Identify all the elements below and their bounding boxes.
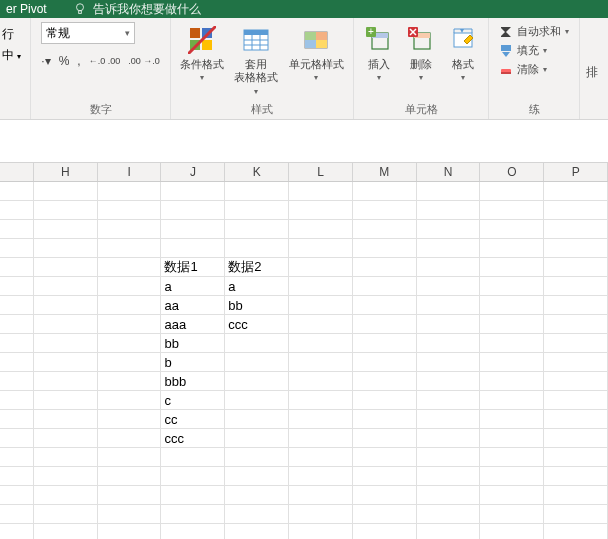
cell[interactable] <box>34 467 98 486</box>
cell[interactable] <box>34 258 98 277</box>
cell[interactable] <box>480 315 544 334</box>
number-format-select[interactable]: 常规 ▾ <box>41 22 135 44</box>
cell[interactable] <box>98 410 162 429</box>
cell[interactable] <box>225 334 289 353</box>
cell[interactable] <box>417 524 481 539</box>
cell[interactable] <box>225 182 289 201</box>
cell[interactable] <box>225 220 289 239</box>
cell[interactable] <box>98 467 162 486</box>
col-header[interactable]: I <box>98 163 162 181</box>
cell[interactable]: a <box>161 277 225 296</box>
cell[interactable] <box>0 372 34 391</box>
col-header[interactable]: M <box>353 163 417 181</box>
cell[interactable] <box>544 486 608 505</box>
cell[interactable] <box>289 182 353 201</box>
cell[interactable] <box>544 334 608 353</box>
cell[interactable] <box>34 448 98 467</box>
cell[interactable] <box>417 448 481 467</box>
cell[interactable] <box>353 201 417 220</box>
cell[interactable] <box>544 448 608 467</box>
delete-button[interactable]: 删除▾ <box>402 22 440 86</box>
cell[interactable] <box>480 486 544 505</box>
cell[interactable] <box>289 258 353 277</box>
cell[interactable] <box>34 182 98 201</box>
currency-button[interactable]: ·▾ <box>41 54 50 68</box>
cell[interactable]: bb <box>225 296 289 315</box>
cell[interactable] <box>98 448 162 467</box>
col-header[interactable]: K <box>225 163 289 181</box>
cell[interactable] <box>417 429 481 448</box>
cell[interactable] <box>544 315 608 334</box>
cell[interactable] <box>225 372 289 391</box>
cell[interactable] <box>417 315 481 334</box>
cell[interactable] <box>544 467 608 486</box>
cell[interactable] <box>289 467 353 486</box>
cell[interactable] <box>34 353 98 372</box>
cell[interactable] <box>34 486 98 505</box>
cell[interactable] <box>34 429 98 448</box>
percent-button[interactable]: % <box>59 54 70 68</box>
cell[interactable] <box>480 429 544 448</box>
cell[interactable] <box>34 201 98 220</box>
cell[interactable] <box>0 353 34 372</box>
cell[interactable] <box>544 296 608 315</box>
decrease-decimal-button[interactable]: .00 →.0 <box>128 56 160 66</box>
cell-styles-button[interactable]: 单元格样式▾ <box>285 22 347 86</box>
cell[interactable] <box>353 182 417 201</box>
cell[interactable] <box>225 201 289 220</box>
cell[interactable] <box>353 277 417 296</box>
cell[interactable] <box>98 334 162 353</box>
cell[interactable] <box>544 277 608 296</box>
cell[interactable] <box>480 239 544 258</box>
col-header[interactable]: P <box>544 163 608 181</box>
spreadsheet-grid[interactable]: H I J K L M N O P 数据1数据2aaaabbaaacccbbbb… <box>0 162 608 539</box>
col-header-stub[interactable] <box>0 163 34 181</box>
cell[interactable] <box>34 277 98 296</box>
cell[interactable] <box>544 182 608 201</box>
cell[interactable] <box>0 182 34 201</box>
cell[interactable] <box>34 391 98 410</box>
cell[interactable]: bbb <box>161 372 225 391</box>
cell[interactable] <box>480 372 544 391</box>
cell[interactable] <box>0 486 34 505</box>
cell[interactable] <box>161 239 225 258</box>
sort-filter-partial[interactable]: 排 <box>586 44 598 81</box>
cell[interactable] <box>353 315 417 334</box>
cell[interactable] <box>161 505 225 524</box>
cell[interactable] <box>289 220 353 239</box>
cell[interactable]: bb <box>161 334 225 353</box>
cell[interactable] <box>98 486 162 505</box>
cell[interactable] <box>225 486 289 505</box>
cell[interactable] <box>544 239 608 258</box>
merge-center-partial[interactable]: 中 ▾ <box>2 47 21 64</box>
cell[interactable] <box>544 391 608 410</box>
cell[interactable] <box>34 372 98 391</box>
tab-powerpivot[interactable]: er Pivot <box>6 2 47 16</box>
cell[interactable] <box>289 334 353 353</box>
format-button[interactable]: 格式▾ <box>444 22 482 86</box>
cell[interactable] <box>98 372 162 391</box>
cell[interactable] <box>98 505 162 524</box>
fill-button[interactable]: 填充▾ <box>499 43 547 58</box>
cell[interactable] <box>417 505 481 524</box>
cell[interactable] <box>417 201 481 220</box>
cell[interactable]: aa <box>161 296 225 315</box>
cell[interactable] <box>544 429 608 448</box>
cell[interactable] <box>480 524 544 539</box>
cell[interactable]: cc <box>161 410 225 429</box>
cell[interactable] <box>98 524 162 539</box>
cell[interactable] <box>544 524 608 539</box>
cell[interactable] <box>417 296 481 315</box>
cell[interactable] <box>0 410 34 429</box>
cell[interactable] <box>225 429 289 448</box>
cell[interactable] <box>544 201 608 220</box>
cell[interactable] <box>353 258 417 277</box>
cell[interactable] <box>98 182 162 201</box>
cell[interactable] <box>98 277 162 296</box>
cell[interactable] <box>480 410 544 429</box>
increase-decimal-button[interactable]: ←.0 .00 <box>89 56 121 66</box>
cell[interactable] <box>0 505 34 524</box>
cell[interactable] <box>544 220 608 239</box>
wrap-text-partial[interactable]: 行 <box>2 26 14 43</box>
col-header[interactable]: O <box>480 163 544 181</box>
